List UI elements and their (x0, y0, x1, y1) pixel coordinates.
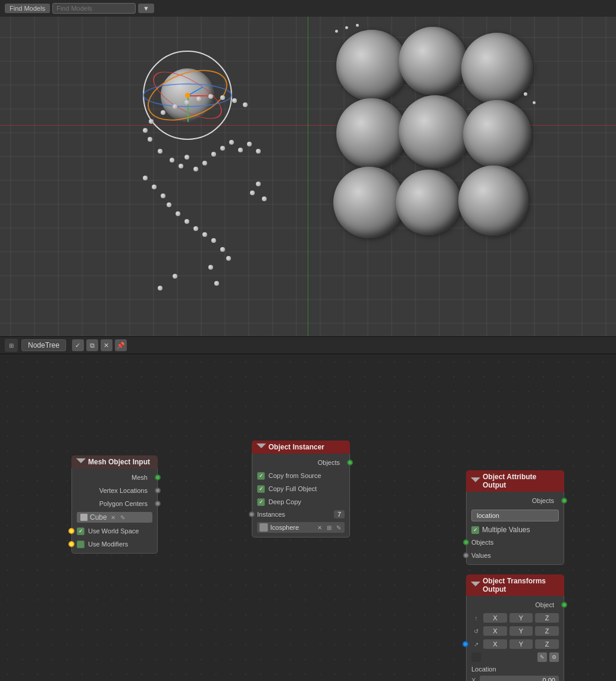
modifiers-socket[interactable] (68, 541, 74, 547)
particle (143, 128, 148, 133)
particle (149, 119, 154, 124)
big-sphere (396, 170, 461, 235)
attr-values-out-socket[interactable] (463, 552, 469, 558)
particle (211, 238, 216, 243)
transforms-toggle[interactable] (471, 582, 480, 589)
instancer-toggle[interactable] (257, 443, 266, 451)
particle (158, 149, 162, 154)
attr-values-out-label: Values (471, 552, 491, 559)
copy-full-object-checkbox[interactable] (257, 485, 265, 493)
particle (185, 155, 189, 160)
location-section-label: Location (467, 664, 564, 674)
unlink-button[interactable]: ⧉ (86, 339, 98, 351)
find-models-button[interactable]: Find Models (5, 4, 50, 13)
object-transforms-output-node: Object Transforms Output Object ↑ X Y Z … (466, 574, 564, 681)
viewport-toolbar: Find Models ▼ (0, 0, 616, 17)
world-space-socket[interactable] (68, 528, 74, 534)
node-editor-toolbar: ⊞ NodeTree ✓ ⧉ ✕ 📌 (0, 336, 616, 354)
particle (202, 161, 207, 165)
icosphere-selector[interactable]: Icosphere ✕ ⊞ ✎ (257, 522, 345, 533)
mesh-output-socket[interactable] (155, 474, 161, 480)
vertex-locations-socket[interactable] (155, 488, 161, 493)
particle (214, 281, 219, 286)
location-input[interactable] (471, 510, 559, 521)
particle (232, 98, 237, 103)
color-edit-button[interactable]: ✎ (537, 652, 547, 662)
icosphere-edit-button[interactable]: ✎ (335, 524, 342, 531)
mesh-label: Mesh (132, 474, 148, 481)
cube-selector[interactable]: Cube ✕ ✎ (77, 512, 152, 523)
particle (256, 182, 261, 186)
rotate-x-button[interactable]: X (483, 626, 507, 636)
origin-dot (185, 93, 190, 98)
multiple-values-label: Multiple Values (482, 526, 530, 534)
particle (208, 265, 213, 270)
node-editor-icon[interactable]: ⊞ (5, 339, 18, 352)
particle (173, 104, 177, 109)
attr-output-toggle[interactable] (471, 477, 480, 485)
big-sphere (399, 27, 467, 95)
objects-out-socket[interactable] (347, 460, 353, 466)
scale-x-button[interactable]: X (483, 639, 507, 649)
use-world-space-label: Use World Space (88, 527, 139, 535)
rotate-z-button[interactable]: Z (535, 626, 559, 636)
scale-y-button[interactable]: Y (509, 639, 533, 649)
particle (193, 167, 198, 171)
vertex-locations-label: Vertex Locations (99, 487, 148, 494)
transforms-object-socket[interactable] (561, 602, 567, 608)
particle (250, 190, 255, 195)
copy-full-object-label: Copy Full Object (268, 485, 317, 492)
translate-icon: ↑ (471, 613, 481, 623)
close-nodetree-button[interactable]: ✕ (101, 339, 112, 351)
multiple-values-checkbox[interactable]: ✓ (471, 526, 479, 534)
use-modifiers-checkbox[interactable] (77, 541, 85, 548)
rotate-y-button[interactable]: Y (509, 626, 533, 636)
pin-button[interactable]: 📌 (115, 339, 127, 351)
attr-objects-in-row: Objects (467, 494, 564, 507)
copy-from-source-label: Copy from Source (268, 472, 321, 479)
transforms-header: Object Transforms Output (466, 574, 564, 596)
big-sphere (463, 100, 531, 168)
x-output-socket[interactable] (462, 641, 468, 647)
verify-button[interactable]: ✓ (72, 339, 84, 351)
particle (220, 95, 225, 100)
deep-copy-checkbox[interactable] (257, 498, 265, 506)
particle (335, 30, 338, 33)
translate-x-button[interactable]: X (483, 613, 507, 623)
particle (148, 137, 152, 142)
find-models-input[interactable] (52, 3, 136, 14)
particle (170, 158, 174, 163)
color-swatch[interactable] (471, 652, 481, 662)
attr-objects-out-socket[interactable] (463, 539, 469, 545)
translate-y-button[interactable]: Y (509, 613, 533, 623)
use-world-space-checkbox[interactable] (77, 527, 85, 535)
scale-z-button[interactable]: Z (535, 639, 559, 649)
instancer-header: Object Instancer (252, 441, 350, 454)
instances-socket[interactable] (249, 511, 255, 517)
cube-edit-button[interactable]: ✎ (119, 514, 126, 521)
location-x-row: X 0.00 (467, 674, 564, 681)
attr-objects-in-socket[interactable] (561, 498, 567, 504)
instances-row: Instances 7 (252, 508, 349, 520)
attr-objects-out-label: Objects (471, 539, 493, 546)
attr-output-body: Objects ✓ Multiple Values Objects Values (466, 492, 564, 565)
translate-z-button[interactable]: Z (535, 613, 559, 623)
node-editor[interactable]: Mesh Object Input Mesh Vertex Locations … (0, 354, 616, 681)
mesh-input-toggle[interactable] (76, 458, 86, 466)
objects-in-row: Objects (252, 456, 349, 469)
x-value[interactable]: 0.00 (480, 676, 559, 681)
3d-viewport[interactable]: Find Models ▼ (0, 0, 616, 336)
icosphere-clear-button[interactable]: ✕ (316, 524, 323, 531)
copy-from-source-row: Copy from Source (252, 469, 349, 482)
cube-clear-button[interactable]: ✕ (110, 514, 117, 521)
color-picker-button[interactable]: ⚙ (549, 652, 559, 662)
copy-from-source-checkbox[interactable] (257, 472, 265, 480)
instancer-title: Object Instancer (268, 443, 324, 451)
particle (152, 185, 157, 189)
use-modifiers-label: Use Modifiers (88, 541, 128, 548)
icosphere-browse-button[interactable]: ⊞ (326, 524, 333, 531)
search-toggle-button[interactable]: ▼ (138, 4, 154, 13)
particle (176, 211, 180, 216)
polygon-centers-socket[interactable] (155, 501, 161, 507)
attr-objects-out-row: Objects (467, 536, 564, 549)
